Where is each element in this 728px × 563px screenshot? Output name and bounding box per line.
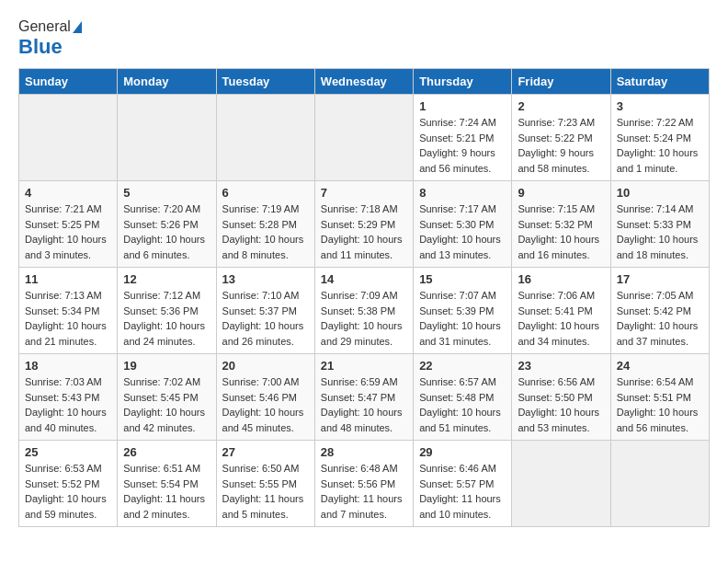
day-info: Sunrise: 7:24 AM Sunset: 5:21 PM Dayligh…: [419, 115, 506, 176]
day-number: 21: [321, 359, 407, 373]
day-number: 25: [25, 445, 111, 459]
day-number: 4: [25, 186, 111, 200]
day-number: 1: [419, 99, 506, 113]
calendar-cell: 8Sunrise: 7:17 AM Sunset: 5:30 PM Daylig…: [414, 181, 512, 268]
calendar-cell: [19, 95, 118, 181]
weekday-header-thursday: Thursday: [414, 69, 512, 95]
day-info: Sunrise: 6:57 AM Sunset: 5:48 PM Dayligh…: [419, 374, 506, 435]
day-number: 10: [617, 186, 703, 200]
day-info: Sunrise: 6:56 AM Sunset: 5:50 PM Dayligh…: [518, 374, 604, 435]
calendar-cell: 14Sunrise: 7:09 AM Sunset: 5:38 PM Dayli…: [314, 268, 413, 354]
weekday-header-monday: Monday: [118, 69, 216, 95]
calendar-week-3: 11Sunrise: 7:13 AM Sunset: 5:34 PM Dayli…: [19, 268, 710, 354]
calendar-cell: 29Sunrise: 6:46 AM Sunset: 5:57 PM Dayli…: [414, 441, 512, 527]
day-number: 27: [222, 445, 309, 459]
logo: General Blue: [18, 18, 82, 59]
day-info: Sunrise: 7:00 AM Sunset: 5:46 PM Dayligh…: [222, 374, 309, 435]
day-number: 11: [25, 272, 111, 286]
day-number: 13: [222, 272, 309, 286]
day-number: 12: [123, 272, 210, 286]
day-number: 3: [617, 99, 703, 113]
day-number: 2: [518, 99, 604, 113]
calendar-cell: 1Sunrise: 7:24 AM Sunset: 5:21 PM Daylig…: [414, 95, 512, 181]
calendar-cell: 2Sunrise: 7:23 AM Sunset: 5:22 PM Daylig…: [512, 95, 610, 181]
weekday-header-saturday: Saturday: [610, 69, 709, 95]
day-info: Sunrise: 7:19 AM Sunset: 5:28 PM Dayligh…: [222, 201, 309, 262]
calendar-cell: 15Sunrise: 7:07 AM Sunset: 5:39 PM Dayli…: [414, 268, 512, 354]
day-info: Sunrise: 7:17 AM Sunset: 5:30 PM Dayligh…: [419, 201, 506, 262]
calendar-cell: 26Sunrise: 6:51 AM Sunset: 5:54 PM Dayli…: [118, 441, 216, 527]
calendar-cell: 11Sunrise: 7:13 AM Sunset: 5:34 PM Dayli…: [19, 268, 118, 354]
weekday-header-tuesday: Tuesday: [216, 69, 314, 95]
day-info: Sunrise: 7:05 AM Sunset: 5:42 PM Dayligh…: [617, 288, 703, 349]
calendar-week-4: 18Sunrise: 7:03 AM Sunset: 5:43 PM Dayli…: [19, 354, 710, 441]
day-info: Sunrise: 7:15 AM Sunset: 5:32 PM Dayligh…: [518, 201, 604, 262]
calendar-cell: 20Sunrise: 7:00 AM Sunset: 5:46 PM Dayli…: [216, 354, 314, 441]
day-number: 9: [518, 186, 604, 200]
day-info: Sunrise: 7:20 AM Sunset: 5:26 PM Dayligh…: [123, 201, 210, 262]
day-number: 28: [321, 445, 407, 459]
day-number: 22: [419, 359, 506, 373]
day-number: 6: [222, 186, 309, 200]
calendar-cell: [118, 95, 216, 181]
calendar-cell: 9Sunrise: 7:15 AM Sunset: 5:32 PM Daylig…: [512, 181, 610, 268]
day-info: Sunrise: 6:59 AM Sunset: 5:47 PM Dayligh…: [321, 374, 407, 435]
day-number: 18: [25, 359, 111, 373]
weekday-header-sunday: Sunday: [19, 69, 118, 95]
day-number: 8: [419, 186, 506, 200]
day-info: Sunrise: 7:06 AM Sunset: 5:41 PM Dayligh…: [518, 288, 604, 349]
calendar-cell: 5Sunrise: 7:20 AM Sunset: 5:26 PM Daylig…: [118, 181, 216, 268]
day-info: Sunrise: 7:13 AM Sunset: 5:34 PM Dayligh…: [25, 288, 111, 349]
calendar-cell: 18Sunrise: 7:03 AM Sunset: 5:43 PM Dayli…: [19, 354, 118, 441]
calendar-cell: 19Sunrise: 7:02 AM Sunset: 5:45 PM Dayli…: [118, 354, 216, 441]
day-number: 23: [518, 359, 604, 373]
calendar-cell: 24Sunrise: 6:54 AM Sunset: 5:51 PM Dayli…: [610, 354, 709, 441]
calendar-cell: 17Sunrise: 7:05 AM Sunset: 5:42 PM Dayli…: [610, 268, 709, 354]
weekday-header-friday: Friday: [512, 69, 610, 95]
day-info: Sunrise: 6:54 AM Sunset: 5:51 PM Dayligh…: [617, 374, 703, 435]
calendar-cell: 28Sunrise: 6:48 AM Sunset: 5:56 PM Dayli…: [314, 441, 413, 527]
calendar-cell: 3Sunrise: 7:22 AM Sunset: 5:24 PM Daylig…: [610, 95, 709, 181]
day-number: 7: [321, 186, 407, 200]
calendar-cell: 16Sunrise: 7:06 AM Sunset: 5:41 PM Dayli…: [512, 268, 610, 354]
day-number: 17: [617, 272, 703, 286]
day-number: 14: [321, 272, 407, 286]
day-number: 29: [419, 445, 506, 459]
day-info: Sunrise: 7:22 AM Sunset: 5:24 PM Dayligh…: [617, 115, 703, 176]
day-info: Sunrise: 6:50 AM Sunset: 5:55 PM Dayligh…: [222, 461, 309, 522]
day-info: Sunrise: 7:03 AM Sunset: 5:43 PM Dayligh…: [25, 374, 111, 435]
day-info: Sunrise: 7:21 AM Sunset: 5:25 PM Dayligh…: [25, 201, 111, 262]
calendar-cell: 23Sunrise: 6:56 AM Sunset: 5:50 PM Dayli…: [512, 354, 610, 441]
logo-blue-text: Blue: [18, 35, 63, 58]
day-number: 26: [123, 445, 210, 459]
day-info: Sunrise: 7:09 AM Sunset: 5:38 PM Dayligh…: [321, 288, 407, 349]
calendar-cell: 6Sunrise: 7:19 AM Sunset: 5:28 PM Daylig…: [216, 181, 314, 268]
day-info: Sunrise: 7:14 AM Sunset: 5:33 PM Dayligh…: [617, 201, 703, 262]
day-info: Sunrise: 6:53 AM Sunset: 5:52 PM Dayligh…: [25, 461, 111, 522]
day-info: Sunrise: 7:23 AM Sunset: 5:22 PM Dayligh…: [518, 115, 604, 176]
calendar-cell: 10Sunrise: 7:14 AM Sunset: 5:33 PM Dayli…: [610, 181, 709, 268]
day-info: Sunrise: 6:48 AM Sunset: 5:56 PM Dayligh…: [321, 461, 407, 522]
calendar-week-1: 1Sunrise: 7:24 AM Sunset: 5:21 PM Daylig…: [19, 95, 710, 181]
calendar-cell: 12Sunrise: 7:12 AM Sunset: 5:36 PM Dayli…: [118, 268, 216, 354]
day-number: 15: [419, 272, 506, 286]
calendar-cell: [216, 95, 314, 181]
calendar-cell: 7Sunrise: 7:18 AM Sunset: 5:29 PM Daylig…: [314, 181, 413, 268]
day-number: 19: [123, 359, 210, 373]
day-info: Sunrise: 7:07 AM Sunset: 5:39 PM Dayligh…: [419, 288, 506, 349]
day-info: Sunrise: 7:10 AM Sunset: 5:37 PM Dayligh…: [222, 288, 309, 349]
day-info: Sunrise: 6:51 AM Sunset: 5:54 PM Dayligh…: [123, 461, 210, 522]
calendar-cell: 27Sunrise: 6:50 AM Sunset: 5:55 PM Dayli…: [216, 441, 314, 527]
day-number: 5: [123, 186, 210, 200]
calendar-cell: [610, 441, 709, 527]
calendar-cell: 13Sunrise: 7:10 AM Sunset: 5:37 PM Dayli…: [216, 268, 314, 354]
day-info: Sunrise: 6:46 AM Sunset: 5:57 PM Dayligh…: [419, 461, 506, 522]
calendar-cell: 4Sunrise: 7:21 AM Sunset: 5:25 PM Daylig…: [19, 181, 118, 268]
weekday-header-wednesday: Wednesday: [314, 69, 413, 95]
calendar-cell: 25Sunrise: 6:53 AM Sunset: 5:52 PM Dayli…: [19, 441, 118, 527]
calendar-cell: 22Sunrise: 6:57 AM Sunset: 5:48 PM Dayli…: [414, 354, 512, 441]
calendar-week-5: 25Sunrise: 6:53 AM Sunset: 5:52 PM Dayli…: [19, 441, 710, 527]
calendar-table: SundayMondayTuesdayWednesdayThursdayFrid…: [18, 68, 710, 527]
calendar-week-2: 4Sunrise: 7:21 AM Sunset: 5:25 PM Daylig…: [19, 181, 710, 268]
day-info: Sunrise: 7:18 AM Sunset: 5:29 PM Dayligh…: [321, 201, 407, 262]
